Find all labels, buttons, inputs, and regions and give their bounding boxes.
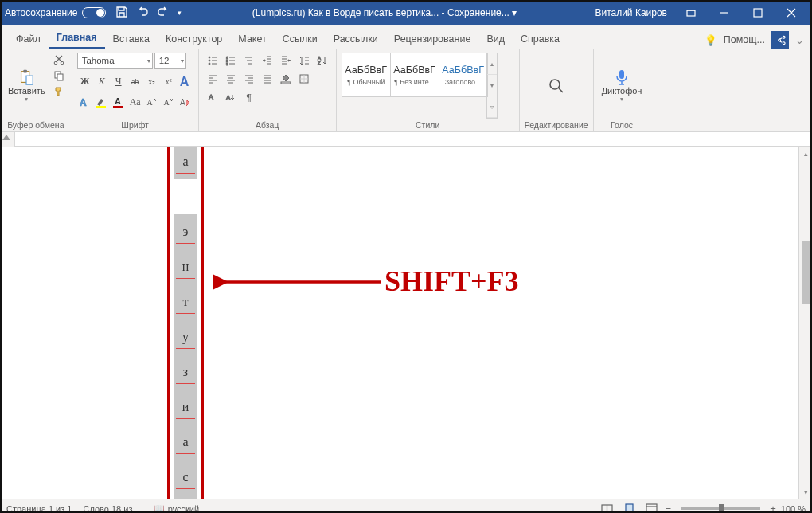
autosave-toggle[interactable] [82, 7, 106, 18]
tab-view[interactable]: Вид [478, 29, 513, 49]
language-indicator[interactable]: русский [168, 504, 199, 514]
borders-icon[interactable] [295, 71, 313, 87]
font-size-combo[interactable]: 12▾ [154, 53, 186, 69]
bullets-icon[interactable] [204, 53, 221, 69]
font-color-button[interactable]: A [111, 94, 127, 110]
align-left-icon[interactable] [204, 71, 221, 87]
svg-rect-11 [96, 106, 106, 108]
pilcrow-icon[interactable]: ¶ [240, 89, 258, 105]
ribbon-display-icon[interactable] [675, 2, 707, 24]
collapse-ribbon-icon[interactable]: ⌄ [795, 34, 804, 46]
style-no-spacing[interactable]: АаБбВвГ¶ Без инте... [390, 53, 439, 97]
clear-format-icon[interactable]: A [178, 94, 193, 110]
tab-layout[interactable]: Макет [230, 29, 274, 49]
text-effects-icon[interactable]: A [178, 73, 193, 89]
tab-review[interactable]: Рецензирование [386, 29, 479, 49]
statusbar: Страница 1 из 1 Слово 18 из ... 📖 русски… [0, 499, 812, 513]
tab-help[interactable]: Справка [513, 29, 568, 49]
horizontal-ruler[interactable] [0, 132, 812, 147]
sort-icon[interactable]: AZ [314, 53, 331, 69]
multilevel-icon[interactable] [240, 53, 258, 69]
highlight-button[interactable] [94, 94, 110, 110]
vertical-scrollbar[interactable]: ▴ ▾ [798, 147, 812, 499]
annotation-highlight-box [167, 147, 204, 499]
maximize-icon[interactable] [742, 2, 774, 24]
style-normal[interactable]: АаБбВвГ¶ Обычный [342, 53, 391, 97]
voice-group-label: Голос [599, 119, 646, 130]
text-direction-icon[interactable]: A [222, 89, 240, 105]
styles-gallery-scroll[interactable]: ▴▾▿ [486, 53, 498, 119]
numbering-icon[interactable]: 123 [222, 53, 240, 69]
scroll-down-icon[interactable]: ▾ [799, 485, 812, 499]
tab-file[interactable]: Файл [8, 29, 49, 49]
svg-text:A: A [180, 98, 185, 107]
paste-label: Вставить [8, 86, 45, 96]
zoom-slider[interactable] [681, 507, 760, 510]
svg-text:A: A [209, 93, 213, 101]
text-effects-button[interactable]: A [77, 94, 93, 110]
zoom-in-button[interactable]: + [770, 503, 776, 513]
svg-rect-23 [281, 82, 291, 84]
zoom-out-button[interactable]: − [666, 503, 672, 513]
font-name-value: Tahoma [82, 56, 115, 65]
indent-right-icon[interactable] [277, 53, 295, 69]
italic-button[interactable]: К [94, 73, 110, 89]
find-button[interactable] [545, 76, 568, 96]
line-spacing-icon[interactable] [295, 53, 313, 69]
superscript-button[interactable]: x² [161, 73, 177, 89]
tab-design[interactable]: Конструктор [158, 29, 230, 49]
scroll-up-icon[interactable]: ▴ [799, 147, 812, 160]
zoom-level[interactable]: 100 % [781, 504, 806, 514]
svg-text:3: 3 [226, 62, 228, 66]
page-indicator[interactable]: Страница 1 из 1 [6, 504, 72, 514]
shrink-font-button[interactable]: A˅ [161, 94, 177, 110]
change-case-button[interactable]: Aa [127, 94, 143, 110]
font-name-combo[interactable]: Tahoma▾ [77, 53, 153, 69]
format-painter-icon[interactable] [51, 84, 67, 99]
align-center-icon[interactable] [222, 71, 240, 87]
cut-icon[interactable] [51, 53, 67, 67]
strike-button[interactable]: ab [127, 73, 143, 89]
justify-icon[interactable] [259, 71, 276, 87]
svg-point-16 [209, 60, 210, 61]
close-icon[interactable] [775, 2, 807, 24]
vertical-ruler[interactable] [0, 147, 14, 499]
svg-rect-3 [24, 70, 28, 73]
undo-icon[interactable] [136, 6, 149, 21]
paste-button[interactable]: Вставить ▾ [5, 53, 49, 119]
print-layout-icon[interactable] [621, 502, 638, 514]
bold-button[interactable]: Ж [77, 73, 93, 89]
style-heading1[interactable]: АаБбВвГЗаголово... [439, 53, 488, 97]
copy-icon[interactable] [51, 69, 67, 83]
shading-icon[interactable] [277, 71, 295, 87]
read-mode-icon[interactable] [599, 502, 616, 514]
page[interactable]: а э н т у з и а с т о в SHIFT+F3 [14, 147, 798, 499]
tab-home[interactable]: Главная [49, 27, 105, 49]
scroll-thumb[interactable] [802, 241, 810, 304]
user-name[interactable]: Виталий Каиров [595, 7, 667, 18]
svg-point-17 [209, 63, 210, 65]
word-count[interactable]: Слово 18 из ... [83, 504, 142, 514]
redo-icon[interactable] [157, 6, 170, 21]
dictate-label: Диктофон [602, 86, 642, 96]
tab-insert[interactable]: Вставка [105, 29, 158, 49]
align-right-icon[interactable] [240, 71, 258, 87]
autosave-label: Автосохранение [5, 7, 77, 18]
minimize-icon[interactable] [709, 2, 740, 24]
underline-button[interactable]: Ч [111, 73, 127, 89]
spellcheck-icon[interactable]: 📖 [154, 503, 165, 513]
web-layout-icon[interactable] [643, 502, 661, 514]
tab-references[interactable]: Ссылки [275, 29, 326, 49]
tab-mailings[interactable]: Рассылки [326, 29, 386, 49]
autosave-control[interactable]: Автосохранение [5, 7, 106, 18]
dictate-button[interactable]: Диктофон ▾ [599, 67, 646, 104]
subscript-button[interactable]: x₂ [144, 73, 160, 89]
tell-me-label[interactable]: Помощ... [724, 34, 765, 45]
indent-left-icon[interactable] [259, 53, 276, 69]
sort-az-icon[interactable]: A [204, 89, 221, 105]
grow-font-button[interactable]: A˄ [144, 94, 160, 110]
tell-me-icon[interactable]: 💡 [705, 34, 717, 46]
save-icon[interactable] [115, 6, 128, 21]
group-styles: АаБбВвГ¶ Обычный АаБбВвГ¶ Без инте... Аа… [337, 49, 520, 131]
share-button[interactable] [771, 31, 789, 49]
